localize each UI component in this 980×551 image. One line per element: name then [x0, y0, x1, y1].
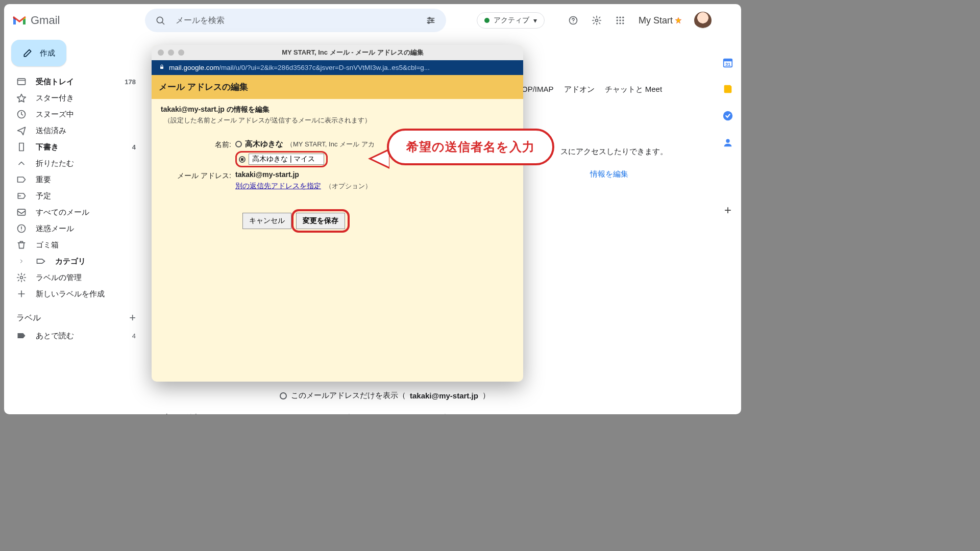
sidebar-item-4[interactable]: 下書き4 — [11, 139, 143, 155]
nav-icon — [16, 272, 27, 283]
sidebar-item-7[interactable]: 予定 — [11, 188, 143, 204]
sidebar-item-3[interactable]: 送信済み — [11, 122, 143, 139]
label-name: 名前: — [161, 139, 235, 149]
nav-label: ラベルの管理 — [36, 273, 82, 283]
status-chip[interactable]: アクティブ ▾ — [477, 12, 545, 29]
contacts-icon[interactable] — [722, 137, 733, 148]
sidebar-item-8[interactable]: すべてのメール — [11, 204, 143, 220]
edit-note: （設定した名前とメール アドレスが送信するメールに表示されます） — [164, 116, 514, 125]
nav-label: 予定 — [36, 191, 51, 201]
sidebar-item-1[interactable]: スター付き — [11, 90, 143, 106]
search-icon[interactable] — [152, 12, 168, 29]
sender-name-input[interactable] — [249, 154, 324, 165]
svg-point-6 — [431, 19, 433, 21]
svg-point-14 — [617, 19, 618, 21]
sidebar: 作成 受信トレイ178スター付きスヌーズ中送信済み下書き4折りたたむ重要予定すべ… — [4, 37, 147, 414]
org-brand: My Start — [639, 15, 682, 26]
account-avatar[interactable] — [694, 12, 712, 29]
nav-icon — [16, 126, 27, 136]
svg-marker-22 — [17, 94, 26, 102]
window-controls — [158, 49, 184, 56]
svg-rect-32 — [724, 59, 732, 62]
header-icons: My Start — [565, 12, 712, 29]
nav-icon — [16, 158, 27, 168]
sidebar-item-2[interactable]: スヌーズ中 — [11, 106, 143, 122]
edit-address-popup: MY START, Inc メール - メール アドレスの編集 mail.goo… — [152, 45, 523, 382]
add-panel-icon[interactable]: + — [722, 204, 734, 216]
status-dot-icon — [484, 18, 489, 23]
nav-count: 178 — [125, 78, 136, 86]
sidebar-item-6[interactable]: 重要 — [11, 171, 143, 188]
storage-label: 容量を追加する: — [163, 413, 219, 414]
radio-icon[interactable] — [235, 141, 242, 147]
label-icon — [16, 331, 27, 341]
radio-icon[interactable] — [280, 392, 287, 399]
svg-line-1 — [162, 22, 164, 24]
popup-section-title: メール アドレスの編集 — [152, 75, 523, 99]
sidebar-item-12[interactable]: ラベルの管理 — [11, 269, 143, 286]
close-icon[interactable] — [158, 49, 164, 56]
sidebar-item-10[interactable]: ゴミ箱 — [11, 237, 143, 253]
svg-point-5 — [429, 17, 430, 19]
sidebar-item-5[interactable]: 折りたたむ — [11, 155, 143, 171]
reply-to-link[interactable]: 別の返信先アドレスを指定 — [235, 182, 321, 190]
search-bar[interactable]: メールを検索 — [145, 9, 446, 32]
sidebar-item-9[interactable]: 迷惑メール — [11, 220, 143, 237]
cancel-button[interactable]: キャンセル — [242, 213, 291, 229]
radio-icon[interactable] — [239, 156, 246, 163]
nav-icon — [16, 93, 27, 103]
help-icon[interactable] — [565, 12, 581, 29]
nav-count: 4 — [132, 143, 136, 151]
search-placeholder: メールを検索 — [176, 15, 225, 26]
save-button[interactable]: 変更を保存 — [296, 213, 345, 229]
logo-group: Gmail — [12, 14, 135, 27]
tasks-icon[interactable] — [722, 110, 733, 121]
svg-point-19 — [622, 22, 624, 24]
nav-label: スヌーズ中 — [36, 110, 74, 119]
label-item-0[interactable]: あとで読む4 — [11, 328, 143, 344]
apps-grid-icon[interactable] — [612, 12, 628, 29]
minimize-icon[interactable] — [168, 49, 174, 56]
sidebar-item-13[interactable]: 新しいラベルを作成 — [11, 286, 143, 302]
settings-gear-icon[interactable] — [589, 12, 605, 29]
sidebar-item-11[interactable]: カテゴリ — [11, 253, 143, 269]
svg-point-28 — [20, 277, 23, 279]
settings-tabs-partial: POP/IMAP アドオン チャットと Meet — [517, 85, 662, 94]
compose-label: 作成 — [40, 48, 55, 58]
calendar-icon[interactable]: 31 — [722, 57, 733, 68]
side-panel: 31 + — [715, 37, 741, 414]
nav-label: スター付き — [36, 93, 74, 103]
tab-addons[interactable]: アドオン — [564, 85, 595, 94]
nav-label: すべてのメール — [36, 208, 89, 217]
maximize-icon[interactable] — [178, 49, 184, 56]
svg-point-13 — [622, 17, 624, 18]
svg-point-27 — [21, 230, 21, 231]
label-count: 4 — [132, 332, 136, 340]
popup-titlebar: MY START, Inc メール - メール アドレスの編集 — [152, 45, 523, 60]
edit-info-link[interactable]: 情報を編集 — [590, 169, 628, 179]
nav-icon — [16, 109, 27, 119]
tune-icon[interactable] — [423, 12, 439, 29]
address-value: takaki@my-start.jp — [235, 170, 299, 179]
keep-icon[interactable] — [722, 84, 733, 95]
nav-label: ゴミ箱 — [36, 240, 59, 250]
add-label-icon[interactable]: + — [129, 311, 136, 324]
sidebar-item-0[interactable]: 受信トレイ178 — [11, 73, 143, 90]
nav-label: 新しいラベルを作成 — [36, 289, 105, 299]
tab-chat-meet[interactable]: チャットと Meet — [605, 85, 663, 94]
annotation-callout: 希望の送信者名を入力 — [387, 129, 554, 165]
storage-value: 現在、256,000 GB 中 717.28 GB（0%）を使用中です。 — [280, 413, 472, 414]
reply-to-note: （オプション） — [325, 182, 372, 190]
nav-icon — [36, 256, 46, 266]
lock-icon — [159, 64, 165, 71]
nav-icon — [16, 207, 27, 217]
nav-label: 折りたたむ — [36, 159, 74, 168]
popup-url-host: mail.google.com — [169, 64, 219, 71]
svg-rect-21 — [18, 79, 26, 85]
svg-point-12 — [619, 17, 621, 18]
label-address: メール アドレス: — [161, 170, 235, 181]
compose-button[interactable]: 作成 — [11, 40, 66, 66]
highlight-save-box: 変更を保存 — [291, 209, 350, 233]
svg-point-16 — [622, 19, 624, 21]
bg-access-text: スにアクセスしたりできます。 — [560, 147, 668, 157]
